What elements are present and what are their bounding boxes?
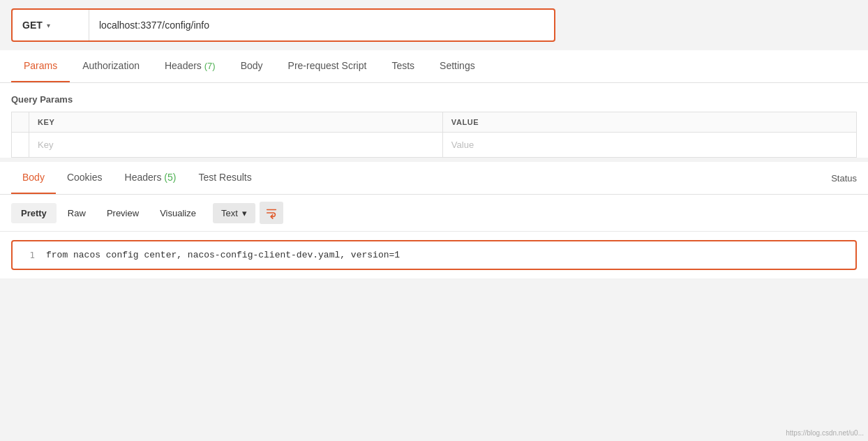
params-table: KEY VALUE Key Value [11,112,857,158]
tab-tests[interactable]: Tests [379,50,427,82]
value-header: VALUE [442,112,856,133]
tab-pre-request-script[interactable]: Pre-request Script [276,50,380,82]
url-input[interactable] [89,20,554,31]
pretty-button[interactable]: Pretty [11,203,57,223]
line-number: 1 [24,250,35,260]
text-format-dropdown[interactable]: Text ▾ [213,203,255,223]
url-bar: GET ▾ [11,8,555,42]
url-bar-section: GET ▾ [0,0,868,50]
status-label: Status [831,173,857,184]
key-cell[interactable]: Key [29,133,443,158]
table-row: Key Value [12,133,857,158]
tab-settings[interactable]: Settings [427,50,488,82]
preview-button[interactable]: Preview [97,203,149,223]
raw-button[interactable]: Raw [58,203,96,223]
chevron-down-icon: ▾ [47,22,50,29]
key-header: KEY [29,112,443,133]
response-headers-badge: (5) [164,172,176,183]
visualize-button[interactable]: Visualize [150,203,206,223]
response-tab-cookies[interactable]: Cookies [56,162,114,194]
wrap-button[interactable] [260,202,283,224]
response-code: from nacos config center, nacos-config-c… [46,250,844,260]
value-cell[interactable]: Value [442,133,856,158]
text-dropdown-label: Text [221,208,238,218]
request-tabs-section: Params Authorization Headers (7) Body Pr… [0,50,868,83]
tab-authorization[interactable]: Authorization [70,50,152,82]
tab-headers[interactable]: Headers (7) [152,50,228,82]
response-tab-test-results[interactable]: Test Results [187,162,262,194]
request-tabs-nav: Params Authorization Headers (7) Body Pr… [11,50,857,82]
response-body-content: 1 from nacos config center, nacos-config… [11,240,857,270]
wrap-icon [265,207,278,219]
row-num-header [12,112,29,133]
method-text: GET [22,20,43,31]
response-tab-headers[interactable]: Headers (5) [114,162,188,194]
row-number [12,133,29,158]
response-body-section: 1 from nacos config center, nacos-config… [0,232,868,278]
response-tab-body[interactable]: Body [11,162,56,194]
tab-body[interactable]: Body [228,50,276,82]
chevron-down-icon: ▾ [242,208,247,218]
response-tabs-nav: Body Cookies Headers (5) Test Results [11,162,263,194]
method-select[interactable]: GET ▾ [13,10,89,40]
query-params-title: Query Params [11,94,857,105]
query-params-section: Query Params KEY VALUE Key Value [0,83,868,158]
headers-badge: (7) [204,61,216,71]
format-toolbar: Pretty Raw Preview Visualize Text ▾ [0,195,868,232]
tab-params[interactable]: Params [11,50,70,82]
response-tabs-section: Body Cookies Headers (5) Test Results St… [0,158,868,195]
